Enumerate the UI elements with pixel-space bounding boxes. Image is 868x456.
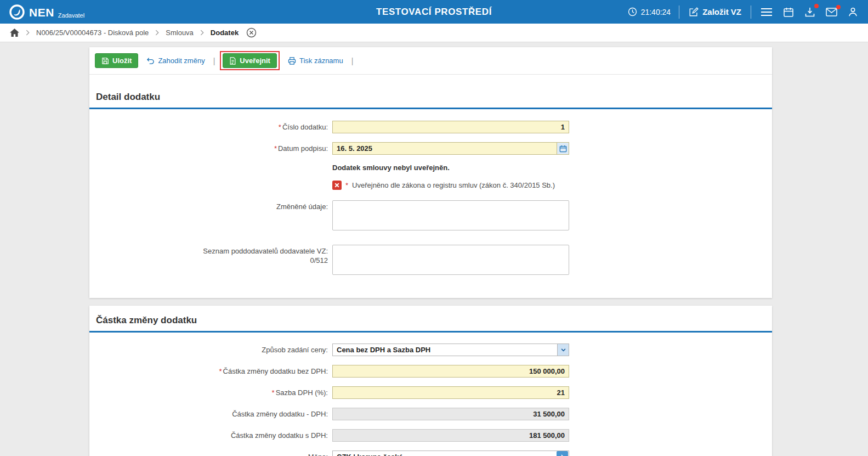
create-vz-label: Založit VZ (702, 7, 741, 16)
required-asterisk: * (345, 181, 348, 189)
home-button[interactable] (10, 29, 19, 37)
castka-bez-dph-input[interactable] (332, 365, 569, 378)
form-row-cislo: *Číslo dodatku: (89, 121, 772, 133)
calendar-icon (559, 145, 567, 153)
required-asterisk: * (272, 389, 275, 397)
discard-changes-link[interactable]: Zahodit změny (143, 56, 208, 65)
sazba-dph-label: *Sazba DPH (%): (89, 389, 332, 397)
zmenene-udaje-textarea[interactable] (332, 200, 569, 230)
save-button[interactable]: Uložit (95, 53, 138, 68)
chevron-right-icon (155, 30, 159, 36)
seznam-poddodavatelu-label: Seznam poddodavatelů dodavatele VZ: 0/51… (89, 245, 332, 265)
section-title-detail: Detail dodatku (89, 82, 772, 109)
download-badge (814, 4, 819, 8)
home-icon (10, 29, 19, 37)
mena-label: Měna: (89, 453, 332, 456)
print-record-label: Tisk záznamu (299, 57, 343, 65)
publish-button[interactable]: Uveřejnit (223, 53, 277, 68)
save-icon (101, 57, 109, 65)
clock: 21:40:24 (628, 7, 671, 16)
chevron-right-icon (200, 30, 204, 36)
mail-badge (836, 5, 841, 9)
form-row-not-published: Dodatek smlouvy nebyl uveřejněn. (89, 164, 772, 172)
brand-role: Zadavatel (58, 12, 84, 20)
breadcrumb-item-smlouva[interactable]: Smlouva (166, 29, 194, 37)
downloads-button[interactable] (803, 5, 816, 19)
clock-icon (628, 7, 637, 16)
zmenene-udaje-label: Změněné údaje: (89, 200, 332, 211)
topbar-separator (751, 5, 751, 19)
sazba-dph-input[interactable] (332, 386, 569, 399)
castka-dph-label: Částka změny dodatku - DPH: (89, 410, 332, 419)
form-row-dph: Částka změny dodatku - DPH: (89, 408, 772, 420)
nen-logo-icon (9, 4, 25, 20)
datum-podpisu-input[interactable] (332, 142, 569, 155)
mena-field[interactable]: CZK | koruna česká (332, 451, 569, 456)
form-row-zpusob: Způsob zadání ceny: Cena bez DPH a Sazba… (89, 344, 772, 356)
topbar-actions: 21:40:24 Založit VZ (628, 5, 859, 19)
form-row-mena: Měna: CZK | koruna česká (89, 451, 772, 456)
close-icon (246, 27, 257, 38)
mena-value: CZK | koruna česká (333, 453, 403, 456)
profile-button[interactable] (847, 5, 859, 18)
toolbar-separator: | (351, 57, 354, 65)
castka-s-dph-input (332, 429, 569, 442)
form-row-s-dph: Částka změny dodatku s DPH: (89, 429, 772, 442)
required-asterisk: * (219, 367, 222, 375)
printer-icon (288, 57, 296, 65)
topbar-separator (679, 5, 679, 19)
form-row-zmenene: Změněné údaje: (89, 200, 772, 233)
chevron-down-icon (561, 348, 566, 352)
open-currency-button[interactable] (557, 451, 568, 456)
registr-smluv-row: * Uveřejněno dle zákona o registru smluv… (332, 181, 555, 190)
cislo-dodatku-label: *Číslo dodatku: (89, 123, 332, 132)
seznam-poddodavatelu-textarea[interactable] (332, 245, 569, 275)
print-record-link[interactable]: Tisk záznamu (285, 56, 347, 65)
breadcrumb-item-zakazka[interactable]: N006/25/V00004673 - Disková pole (36, 29, 149, 37)
form-row-sazba: *Sazba DPH (%): (89, 386, 772, 399)
discard-changes-label: Zahodit změny (158, 57, 205, 65)
toolbar: Uložit Zahodit změny | Uveřejnit Tisk zá… (89, 47, 772, 75)
form-row-registr: * Uveřejněno dle zákona o registru smluv… (89, 181, 772, 190)
zpusob-zadani-select[interactable]: Cena bez DPH a Sazba DPH (332, 344, 569, 356)
nen-logo[interactable]: NEN Zadavatel (9, 4, 84, 20)
compose-icon (689, 7, 699, 17)
castka-bez-dph-label: *Částka změny dodatku bez DPH: (89, 367, 332, 376)
required-asterisk: * (279, 123, 281, 131)
calendar-icon (783, 7, 794, 18)
breadcrumb-item-dodatek: Dodatek (211, 29, 239, 37)
castka-s-dph-label: Částka změny dodatku s DPH: (89, 431, 332, 440)
datum-podpisu-label: *Datum podpisu: (89, 144, 332, 153)
close-record-button[interactable] (246, 27, 257, 38)
menu-button[interactable] (759, 7, 774, 18)
save-button-label: Uložit (112, 57, 132, 65)
detail-card: Uložit Zahodit změny | Uveřejnit Tisk zá… (89, 47, 772, 298)
publish-annotation-box: Uveřejnit (220, 51, 280, 70)
chevron-right-icon (26, 30, 30, 36)
form-row-seznam: Seznam poddodavatelů dodavatele VZ: 0/51… (89, 245, 772, 277)
cislo-dodatku-input[interactable] (332, 121, 569, 133)
user-icon (848, 7, 858, 17)
seznam-counter: 0/512 (89, 256, 328, 265)
required-asterisk: * (274, 144, 277, 153)
download-icon (804, 7, 815, 18)
mail-icon (826, 8, 837, 16)
undo-icon (146, 57, 155, 64)
hamburger-icon (761, 8, 773, 16)
registr-smluv-label: Uveřejněno dle zákona o registru smluv (… (352, 181, 555, 189)
clock-time: 21:40:24 (641, 8, 671, 16)
dropdown-button[interactable] (557, 344, 569, 356)
publish-button-label: Uveřejnit (240, 57, 270, 65)
toolbar-separator: | (213, 57, 215, 65)
messages-button[interactable] (825, 7, 838, 18)
amount-card: Částka změny dodatku Způsob zadání ceny:… (89, 306, 772, 456)
calendar-button[interactable] (782, 5, 795, 19)
castka-dph-input (332, 408, 569, 420)
topbar: NEN Zadavatel TESTOVACÍ PROSTŘEDÍ 21:40:… (0, 0, 868, 24)
create-vz-button[interactable]: Založit VZ (688, 6, 742, 18)
zpusob-zadani-value: Cena bez DPH a Sazba DPH (333, 346, 430, 354)
breadcrumb: N006/25/V00004673 - Disková pole Smlouva… (0, 24, 868, 42)
error-x-icon[interactable] (332, 181, 342, 190)
date-picker-button[interactable] (557, 143, 569, 154)
not-published-text: Dodatek smlouvy nebyl uveřejněn. (332, 164, 450, 172)
